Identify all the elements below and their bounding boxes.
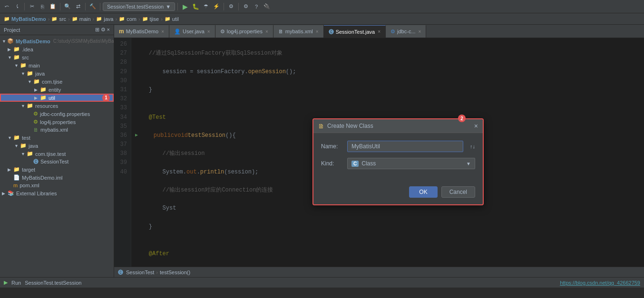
- tree-item-util[interactable]: ▶ 📁 util 1: [0, 94, 114, 102]
- tree-item-mybatis-xml[interactable]: ▶ 🗎 mybatis.xml: [0, 126, 114, 134]
- toolbar-icon-plugin[interactable]: 🔌: [262, 2, 272, 11]
- breadcrumb-tjise[interactable]: tjise: [150, 16, 159, 22]
- tree-item-target[interactable]: ▶ 📁 target: [0, 165, 114, 173]
- tree-item-log4j[interactable]: ▶ ⚙ log4j.properties: [0, 118, 114, 126]
- dialog-close-button[interactable]: ×: [474, 122, 478, 130]
- tree-icon-jdbc-config: ⚙: [33, 111, 38, 117]
- toolbar-icon-copy[interactable]: ⎘: [38, 2, 47, 11]
- toolbar-icon-build[interactable]: 🔨: [88, 2, 98, 11]
- tree-icon-sessiontest: 🅒: [33, 159, 39, 164]
- tree-label-comtjise: com.tjise: [42, 79, 62, 85]
- tree-item-jdbc-config[interactable]: ▶ ⚙ jdbc-config.properties: [0, 110, 114, 118]
- toolbar-icon-paste[interactable]: 📋: [48, 2, 58, 11]
- bottom-breadcrumb-method[interactable]: testSession(): [160, 269, 190, 275]
- tab-jdbc-config[interactable]: ⚙ jdbc-c... ×: [386, 25, 426, 38]
- debug-button[interactable]: 🐛: [191, 2, 200, 11]
- tree-label-resources: resources: [35, 103, 58, 109]
- tree-icon-entity: 📁: [40, 87, 47, 93]
- run-button[interactable]: ▶: [180, 2, 190, 11]
- tree-item-external-libs[interactable]: ▶ 📚 External Libraries: [0, 189, 114, 197]
- breadcrumb-sep-1: ›: [68, 16, 70, 22]
- dialog-name-input[interactable]: [347, 141, 463, 152]
- tree-arrow-external-libs: ▶: [2, 191, 7, 196]
- tab-mybatis-xml[interactable]: 🗎 mybatis.xml ×: [273, 25, 324, 38]
- tree-label-mybatisdemo: MyBatisDemo: [16, 38, 50, 44]
- tree-item-comtjise-test[interactable]: ▼ 📁 com.tjise.test: [0, 150, 114, 158]
- tab-label-mybatisdemo: MyBatisDemo: [126, 29, 158, 34]
- run-bar-label[interactable]: Run: [11, 280, 21, 286]
- tab-close-jdbc-config[interactable]: ×: [419, 29, 421, 34]
- dialog-ok-button[interactable]: OK: [409, 186, 437, 198]
- breadcrumb-src[interactable]: src: [59, 16, 66, 22]
- run-config-selector[interactable]: SessionTest.testSession ▼: [103, 2, 175, 11]
- tree-item-java[interactable]: ▼ 📁 java: [0, 69, 114, 77]
- tree-item-main[interactable]: ▼ 📁 main: [0, 61, 114, 69]
- tree-icon-idea: 📁: [13, 46, 20, 52]
- tree-label-idea: .idea: [22, 47, 33, 52]
- toolbar-icon-undo[interactable]: ⤺: [2, 2, 11, 11]
- breadcrumb-com[interactable]: com: [127, 16, 137, 22]
- tree-arrow-test: ▼: [8, 135, 12, 140]
- dialog-kind-dropdown-icon[interactable]: ▼: [466, 161, 471, 166]
- sidebar-actions: ⊞ ⚙ ×: [95, 27, 110, 33]
- tree-icon-test-java: 📁: [20, 143, 27, 149]
- tree-icon-test: 📁: [13, 135, 20, 141]
- tab-log4j[interactable]: ⚙ log4j.properties ×: [215, 25, 273, 38]
- bottom-breadcrumb-sessiontest[interactable]: SessionTest: [126, 269, 154, 275]
- toolbar-icon-replace[interactable]: ⇄: [73, 2, 83, 11]
- tree-icon-resources: 📁: [27, 103, 33, 109]
- tree-label-log4j: log4j.properties: [40, 119, 76, 125]
- tree-item-iml[interactable]: ▶ 📄 MyBatisDemo.iml: [0, 173, 114, 182]
- tree-item-mybatisdemo[interactable]: ▼ 📦 MyBatisDemo C:\study\SSM\MyBatis\MyB…: [0, 37, 114, 45]
- dialog-kind-row: Kind: C Class ▼: [321, 158, 475, 169]
- tab-label-jdbc-config: jdbc-c...: [397, 29, 416, 34]
- sidebar-collapse-all-btn[interactable]: ⊞: [95, 27, 99, 33]
- toolbar-icon-profile[interactable]: ⚡: [212, 2, 221, 11]
- run-config-dropdown-icon[interactable]: ▼: [166, 4, 171, 10]
- breadcrumb-java[interactable]: java: [104, 16, 113, 22]
- toolbar-icon-redo[interactable]: ⤹: [12, 2, 22, 11]
- toolbar-icon-sdk[interactable]: ⚙: [226, 2, 236, 11]
- tab-userjava[interactable]: 👤 User.java ×: [169, 25, 215, 38]
- dialog-kind-value: Class: [361, 160, 463, 167]
- tab-sessiontest[interactable]: 🅒 SessionTest.java ×: [324, 25, 386, 38]
- breadcrumb-mybatisdemo[interactable]: MyBatisDemo: [11, 16, 46, 22]
- sidebar-settings-btn[interactable]: ⚙: [101, 27, 106, 33]
- tree-item-idea[interactable]: ▶ 📁 .idea: [0, 45, 114, 53]
- dialog-cancel-button[interactable]: Cancel: [441, 186, 475, 198]
- tree-item-resources[interactable]: ▼ 📁 resources: [0, 102, 114, 110]
- tab-close-mybatisdemo[interactable]: ×: [161, 29, 164, 34]
- toolbar-icon-cut[interactable]: ✂: [27, 2, 37, 11]
- breadcrumb-util[interactable]: util: [172, 16, 179, 22]
- tab-icon-jdbc-config: ⚙: [390, 29, 395, 35]
- toolbar-icon-find[interactable]: 🔍: [63, 2, 72, 11]
- tree-item-pom[interactable]: ▶ m pom.xml: [0, 182, 114, 189]
- tree-icon-target: 📁: [13, 166, 20, 173]
- tab-mybatisdemo[interactable]: m MyBatisDemo ×: [114, 25, 169, 38]
- tree-item-test[interactable]: ▼ 📁 test: [0, 134, 114, 142]
- toolbar-icon-settings[interactable]: ⚙: [241, 2, 251, 11]
- dialog-sort-buttons[interactable]: ↑↓: [470, 144, 475, 149]
- tab-close-mybatis-xml[interactable]: ×: [316, 29, 319, 34]
- tree-item-src[interactable]: ▼ 📁 src: [0, 53, 114, 61]
- tab-label-log4j: log4j.properties: [227, 29, 263, 34]
- tree-item-comtjise[interactable]: ▼ 📁 com.tjise: [0, 77, 114, 86]
- sidebar-close-btn[interactable]: ×: [107, 27, 110, 33]
- bottom-breadcrumb-bar: 🅒 SessionTest › testSession(): [114, 267, 644, 277]
- breadcrumb-main[interactable]: main: [79, 16, 91, 22]
- dialog-kind-select[interactable]: C Class ▼: [347, 158, 475, 169]
- tab-close-userjava[interactable]: ×: [207, 29, 210, 34]
- tree-item-sessiontest[interactable]: ▶ 🅒 SessionTest: [0, 158, 114, 165]
- tree-arrow-mybatisdemo: ▼: [2, 39, 6, 44]
- tab-icon-mybatisdemo: m: [119, 28, 124, 35]
- toolbar-icon-help[interactable]: ?: [252, 2, 261, 11]
- tab-close-log4j[interactable]: ×: [265, 29, 268, 34]
- tree-arrow-src: ▼: [8, 55, 12, 60]
- tree-label-external-libs: External Libraries: [16, 191, 57, 196]
- tree-label-java: java: [35, 71, 45, 77]
- status-bar-url[interactable]: https://blog.csdn.net/qq_42662759: [560, 280, 640, 286]
- tree-item-test-java[interactable]: ▼ 📁 java: [0, 142, 114, 150]
- toolbar-icon-coverage[interactable]: ☂: [201, 2, 211, 11]
- tab-close-sessiontest[interactable]: ×: [378, 29, 381, 34]
- tree-item-entity[interactable]: ▶ 📁 entity: [0, 86, 114, 94]
